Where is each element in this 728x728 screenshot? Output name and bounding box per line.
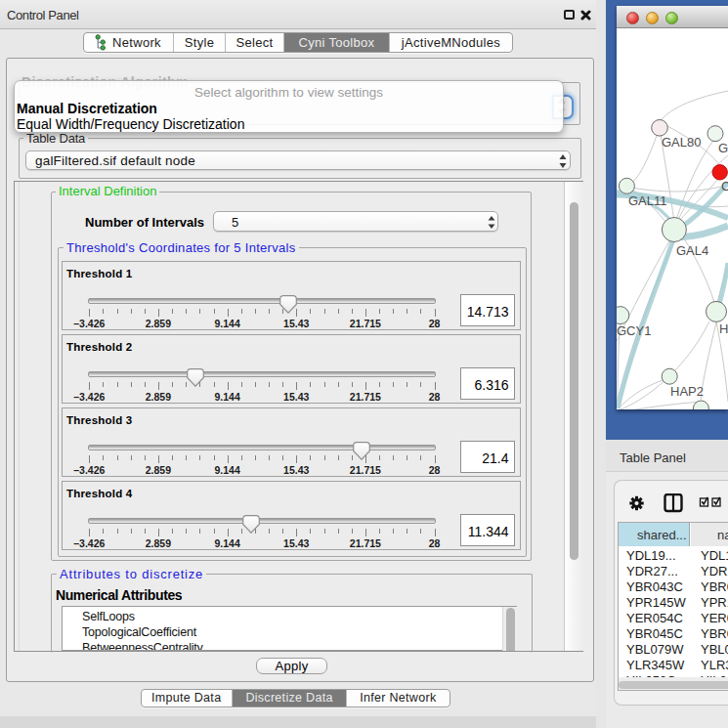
svg-text:C: C: [721, 179, 728, 193]
svg-text:H: H: [719, 321, 728, 336]
svg-text:GAL11: GAL11: [628, 193, 667, 208]
svg-text:GAL4: GAL4: [676, 243, 708, 258]
svg-text:HAP2: HAP2: [670, 384, 704, 399]
svg-text:GA: GA: [718, 141, 728, 155]
svg-text:GAL80: GAL80: [662, 135, 701, 150]
svg-text:GCY1: GCY1: [617, 323, 651, 338]
